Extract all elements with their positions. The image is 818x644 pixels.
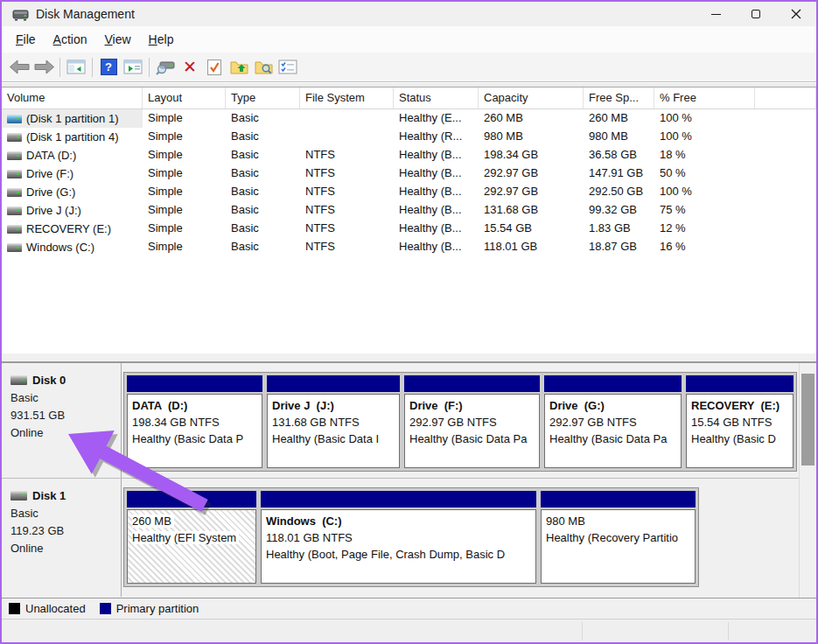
legend-label: Primary partition xyxy=(116,602,199,615)
legend-label: Unallocated xyxy=(25,602,86,615)
capacity-cell: 292.97 GB xyxy=(479,183,584,201)
capacity-cell: 292.97 GB xyxy=(479,164,584,183)
free-space-cell: 99.32 GB xyxy=(584,201,654,220)
partition-info: Drive (F:)292.97 GB NTFSHealthy (Basic D… xyxy=(404,394,540,468)
percent-free-cell: 75 % xyxy=(654,201,755,220)
partition[interactable]: 980 MBHealthy (Recovery Partitio xyxy=(541,491,696,584)
volume-name-cell: RECOVERY (E:) xyxy=(2,220,143,238)
partition[interactable]: Drive (G:)292.97 GB NTFSHealthy (Basic D… xyxy=(544,375,682,468)
volume-table-header: VolumeLayoutTypeFile SystemStatusCapacit… xyxy=(2,88,816,109)
partition[interactable]: Drive J (J:)131.68 GB NTFSHealthy (Basic… xyxy=(267,375,400,468)
disk-name: Disk 1 xyxy=(32,489,66,502)
type-cell: Basic xyxy=(226,128,300,146)
type-cell: Basic xyxy=(226,238,300,256)
capacity-cell: 198.34 GB xyxy=(479,146,584,164)
disk-info-line: 119.23 GB xyxy=(10,522,121,540)
drive-icon xyxy=(7,225,22,234)
disk-info-line: 931.51 GB xyxy=(10,407,121,424)
menu-help[interactable]: Help xyxy=(140,29,183,50)
volume-name-cell: Drive (G:) xyxy=(2,183,143,201)
back-icon[interactable] xyxy=(7,56,31,79)
forward-icon[interactable] xyxy=(31,56,56,79)
partition-color-bar xyxy=(544,375,682,392)
layout-cell: Simple xyxy=(143,183,226,201)
file-system-cell: NTFS xyxy=(300,183,394,201)
type-cell: Basic xyxy=(226,183,300,201)
vertical-scrollbar[interactable] xyxy=(799,363,816,598)
column-header-file-system[interactable]: File System xyxy=(300,88,394,108)
partition-color-bar xyxy=(404,375,540,392)
volume-row[interactable]: Windows (C:)SimpleBasicNTFSHealthy (B...… xyxy=(2,238,816,256)
column-header-layout[interactable]: Layout xyxy=(143,88,226,108)
console-tree-icon[interactable] xyxy=(64,56,88,79)
delete-icon[interactable]: ✕ xyxy=(178,56,202,79)
free-space-cell: 980 MB xyxy=(584,128,654,146)
action-pane-icon[interactable] xyxy=(121,56,145,79)
minimize-button[interactable] xyxy=(696,2,736,26)
layout-cell: Simple xyxy=(143,201,226,220)
partition-info: Drive (G:)292.97 GB NTFSHealthy (Basic D… xyxy=(544,394,682,468)
partition-text-line: 198.34 GB NTFS xyxy=(132,414,257,430)
volume-row[interactable]: RECOVERY (E:)SimpleBasicNTFSHealthy (B..… xyxy=(2,220,816,238)
column-header-volume[interactable]: Volume xyxy=(2,88,143,108)
column-header-free-sp[interactable]: Free Sp... xyxy=(584,88,654,108)
volume-row[interactable]: (Disk 1 partition 1)SimpleBasicHealthy (… xyxy=(2,109,816,128)
partition-info: DATA (D:)198.34 GB NTFSHealthy (Basic Da… xyxy=(127,394,262,468)
menu-file[interactable]: File xyxy=(7,29,45,50)
status-cell: Healthy (R... xyxy=(394,128,479,146)
partition[interactable]: 260 MBHealthy (EFI System xyxy=(127,491,256,584)
partition-text-line: Healthy (Basic D xyxy=(691,430,788,447)
volume-row[interactable]: (Disk 1 partition 4)SimpleBasicHealthy (… xyxy=(2,128,816,146)
column-header-filler xyxy=(755,88,816,108)
partition-text-line: Drive J (J:) xyxy=(272,397,395,414)
folder-search-icon[interactable] xyxy=(251,56,276,79)
partition[interactable]: DATA (D:)198.34 GB NTFSHealthy (Basic Da… xyxy=(127,375,262,468)
column-header-capacity[interactable]: Capacity xyxy=(479,88,584,108)
volume-row[interactable]: DATA (D:)SimpleBasicNTFSHealthy (B...198… xyxy=(2,146,816,164)
drive-icon xyxy=(7,151,22,160)
disk-icon xyxy=(10,491,27,500)
menu-action[interactable]: Action xyxy=(45,29,96,50)
maximize-button[interactable] xyxy=(736,2,776,26)
capacity-cell: 118.01 GB xyxy=(479,238,584,256)
partition-text-line: DATA (D:) xyxy=(132,397,257,414)
layout-cell: Simple xyxy=(143,109,226,128)
partition[interactable]: RECOVERY (E:)15.54 GB NTFSHealthy (Basic… xyxy=(686,375,794,468)
partition-text-line: 118.01 GB NTFS xyxy=(266,529,531,546)
status-cell: Healthy (B... xyxy=(394,146,479,164)
disk-label-1[interactable]: Disk 1Basic119.23 GBOnline xyxy=(2,479,122,597)
column-header-free[interactable]: % Free xyxy=(654,88,755,108)
scrollbar-thumb[interactable] xyxy=(801,374,815,466)
disk-label-0[interactable]: Disk 0Basic931.51 GBOnline xyxy=(2,363,122,478)
close-button[interactable] xyxy=(776,2,816,26)
partition[interactable]: Windows (C:)118.01 GB NTFSHealthy (Boot,… xyxy=(261,491,536,584)
partition-color-bar xyxy=(686,375,794,392)
partition-color-bar xyxy=(267,375,400,392)
partition-info: 260 MBHealthy (EFI System xyxy=(127,509,256,584)
partition-text-line: 131.68 GB NTFS xyxy=(272,414,395,430)
menu-view[interactable]: View xyxy=(96,29,140,50)
pane-splitter[interactable] xyxy=(2,353,816,363)
filler-cell xyxy=(755,164,816,183)
disk-info-line: Online xyxy=(10,540,121,557)
filler-cell xyxy=(755,201,816,220)
help-icon[interactable]: ? xyxy=(96,56,121,79)
partition-info: 980 MBHealthy (Recovery Partitio xyxy=(541,509,696,584)
partition-text-line: 15.54 GB NTFS xyxy=(691,414,788,430)
column-header-status[interactable]: Status xyxy=(394,88,479,108)
disk-row-1: Disk 1Basic119.23 GBOnline260 MBHealthy … xyxy=(2,479,799,597)
folder-up-icon[interactable] xyxy=(227,56,251,79)
disk-search-icon[interactable] xyxy=(153,56,178,79)
status-cell: Healthy (B... xyxy=(394,238,479,256)
partition[interactable]: Drive (F:)292.97 GB NTFSHealthy (Basic D… xyxy=(404,375,540,468)
volume-row[interactable]: Drive (F:)SimpleBasicNTFSHealthy (B...29… xyxy=(2,164,816,183)
column-header-type[interactable]: Type xyxy=(226,88,300,108)
percent-free-cell: 16 % xyxy=(654,238,755,256)
toolbar-separator xyxy=(92,58,93,77)
check-doc-icon[interactable] xyxy=(202,56,227,79)
volume-row[interactable]: Drive J (J:)SimpleBasicNTFSHealthy (B...… xyxy=(2,201,816,220)
checklist-icon[interactable] xyxy=(276,56,300,79)
file-system-cell xyxy=(300,109,394,128)
volume-row[interactable]: Drive (G:)SimpleBasicNTFSHealthy (B...29… xyxy=(2,183,816,201)
window-title: Disk Management xyxy=(36,7,135,21)
